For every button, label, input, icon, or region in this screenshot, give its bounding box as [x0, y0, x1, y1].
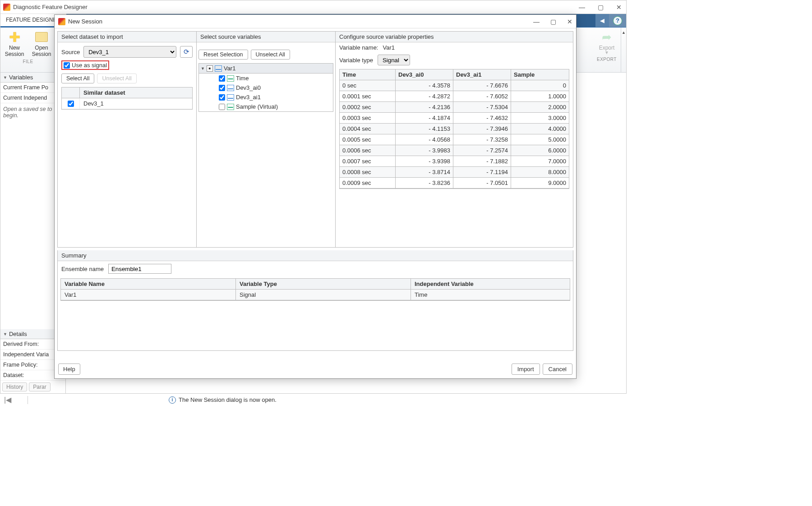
tree-item[interactable]: Time [199, 74, 333, 83]
status-text: The New Session dialog is now open. [179, 396, 277, 403]
col-header: Time [340, 69, 396, 80]
modal-minimize-icon[interactable]: — [533, 18, 540, 25]
table-row: 0.0005 sec- 4.0568- 7.32585.0000 [340, 134, 569, 145]
select-all-button[interactable]: Select All [61, 74, 94, 83]
group-label-file: FILE [23, 59, 33, 64]
table-row: 0.0008 sec- 3.8714- 7.11948.0000 [340, 167, 569, 178]
first-page-icon[interactable]: |◀ [0, 396, 22, 404]
time-icon [227, 75, 234, 82]
col2-title: Select source variables [197, 32, 335, 42]
tree-item[interactable]: Sample (Virtual) [199, 102, 333, 111]
ensemble-name-input[interactable] [108, 264, 171, 274]
col-header: Dev3_ai0 [396, 69, 453, 80]
source-label: Source [61, 49, 80, 55]
chevron-down-icon: ▼ [604, 50, 609, 55]
tree-root[interactable]: ▼ Var1 [199, 64, 333, 74]
reset-selection-button[interactable]: Reset Selection [198, 50, 248, 60]
tree-item[interactable]: Dev3_ai0 [199, 83, 333, 92]
unselect-all-button: Unselect All [97, 74, 136, 83]
minimize-icon[interactable]: — [579, 4, 585, 11]
table-row: 0.0007 sec- 3.9398- 7.18827.0000 [340, 156, 569, 167]
varname-value: Var1 [383, 44, 395, 51]
table-row: 0 sec- 4.3578- 7.66760 [340, 80, 569, 91]
use-as-signal-checkbox[interactable]: Use as signal [61, 60, 109, 70]
help-button[interactable]: Help [58, 363, 80, 375]
group-label-export: EXPORT [597, 57, 617, 62]
matlab-icon [3, 4, 10, 11]
table-row: 0.0002 sec- 4.2136- 7.53042.0000 [340, 102, 569, 113]
plus-icon: ✚ [8, 30, 21, 44]
app-title: Diagnostic Feature Designer [13, 4, 579, 10]
close-icon[interactable]: ✕ [616, 4, 622, 11]
summary-title: Summary [58, 250, 573, 261]
export-button: ➦ Export ▼ [594, 30, 620, 55]
back-chevron-icon[interactable]: ◀ [595, 14, 609, 27]
table-row: 0.0009 sec- 3.8236- 7.05019.0000 [340, 178, 569, 189]
label: Session [5, 51, 24, 57]
tab-history[interactable]: History [2, 382, 27, 391]
dataset-row[interactable]: Dev3_1 [62, 98, 192, 109]
chevron-down-icon[interactable]: ▼ [201, 66, 205, 71]
unselect-all-button-2[interactable]: Unselect All [251, 50, 290, 60]
tree-item[interactable]: Dev3_ai1 [199, 92, 333, 102]
table-row: 0.0001 sec- 4.2872- 7.60521.0000 [340, 91, 569, 102]
tristate-checkbox[interactable] [207, 65, 213, 72]
new-session-button[interactable]: ✚ New Session [1, 30, 28, 57]
ensemble-label: Ensemble name [61, 266, 104, 272]
table-row: 0.0006 sec- 3.9983- 7.25746.0000 [340, 145, 569, 156]
export-icon: ➦ [600, 30, 614, 44]
signal-icon [227, 85, 234, 91]
col1-title: Select dataset to import [58, 32, 196, 42]
modal-close-icon[interactable]: ✕ [567, 18, 572, 25]
refresh-button[interactable]: ⟳ [180, 46, 193, 58]
open-session-button[interactable]: Open Session [28, 30, 55, 57]
collapse-chevron-icon[interactable]: ▲ [621, 28, 626, 72]
vartype-select[interactable]: Signal [378, 55, 410, 65]
help-button[interactable]: ? [609, 14, 626, 27]
modal-maximize-icon[interactable]: ▢ [550, 18, 556, 25]
info-icon: i [169, 396, 176, 404]
ds-header: Similar dataset [80, 87, 192, 98]
col-header: Dev3_ai1 [453, 69, 511, 80]
vartype-label: Variable type [339, 57, 373, 64]
table-row: 0.0004 sec- 4.1153- 7.39464.0000 [340, 124, 569, 134]
signal-icon [227, 94, 234, 101]
maximize-icon[interactable]: ▢ [598, 4, 604, 11]
table-row: 0.0003 sec- 4.1874- 7.46323.0000 [340, 113, 569, 124]
modal-title: New Session [68, 18, 533, 25]
signal-icon [215, 65, 222, 72]
import-button[interactable]: Import [512, 363, 540, 375]
folder-icon [35, 30, 48, 44]
time-icon [227, 104, 234, 110]
cancel-button[interactable]: Cancel [543, 363, 572, 375]
varname-label: Variable name: [339, 44, 378, 51]
col3-title: Configure source variable properties [336, 32, 573, 42]
tab-params[interactable]: Parar [29, 382, 50, 391]
source-select[interactable]: Dev3_1 [83, 46, 176, 58]
col-header: Sample [511, 69, 569, 80]
matlab-icon [58, 18, 65, 25]
label: New [9, 45, 20, 51]
